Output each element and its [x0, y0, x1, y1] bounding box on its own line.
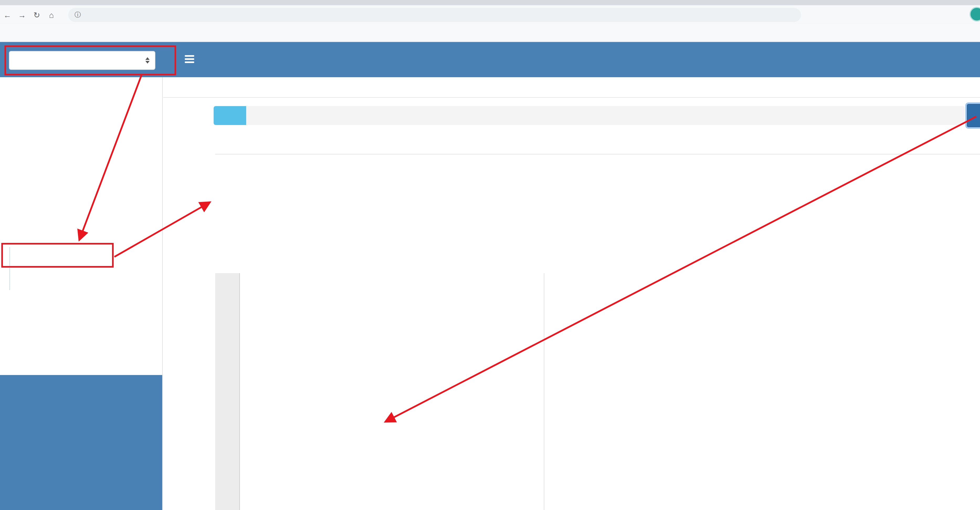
home-icon[interactable]: ⌂ [44, 11, 59, 19]
content-tab-bar [163, 77, 980, 98]
response-body [240, 273, 980, 510]
page-info-icon[interactable]: ⓘ [75, 11, 81, 19]
endpoint-guide-line [10, 247, 10, 290]
app-header [0, 42, 980, 77]
reload-icon[interactable]: ↻ [29, 10, 44, 20]
params-table [215, 154, 980, 155]
sidebar [0, 77, 163, 510]
module-select[interactable] [9, 51, 155, 70]
request-method-badge [214, 106, 246, 125]
address-bar[interactable]: ⓘ [68, 8, 801, 22]
screen: ← → ↻ ⌂ ⓘ [0, 0, 980, 510]
back-icon[interactable]: ← [0, 11, 15, 19]
request-url-field[interactable] [246, 106, 965, 125]
select-arrows-icon [145, 57, 150, 64]
bookmarks-bar [0, 25, 980, 42]
menu-icon[interactable] [185, 55, 194, 65]
sidebar-footer [0, 375, 162, 510]
send-button[interactable] [967, 104, 980, 127]
browser-tab-strip [0, 0, 980, 5]
forward-icon[interactable]: → [15, 11, 29, 19]
code-gutter [215, 273, 240, 510]
